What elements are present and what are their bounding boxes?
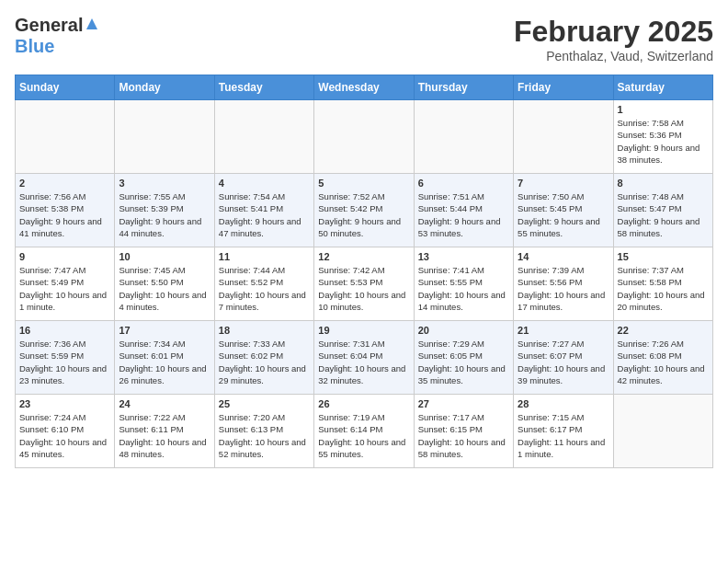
day-number: 20 — [418, 325, 509, 336]
logo-icon — [85, 17, 99, 35]
calendar-day-cell: 4Sunrise: 7:54 AM Sunset: 5:41 PM Daylig… — [214, 174, 313, 247]
logo-blue-text: Blue — [15, 36, 54, 56]
day-info: Sunrise: 7:26 AM Sunset: 6:08 PM Dayligh… — [618, 338, 709, 386]
day-number: 17 — [119, 325, 210, 336]
calendar-subtitle: Penthalaz, Vaud, Switzerland — [514, 49, 713, 63]
calendar-day-cell: 16Sunrise: 7:36 AM Sunset: 5:59 PM Dayli… — [16, 321, 115, 395]
day-info: Sunrise: 7:50 AM Sunset: 5:45 PM Dayligh… — [518, 190, 609, 239]
calendar-day-cell: 23Sunrise: 7:24 AM Sunset: 6:10 PM Dayli… — [16, 395, 115, 468]
calendar-day-cell: 18Sunrise: 7:33 AM Sunset: 6:02 PM Dayli… — [214, 321, 313, 395]
day-info: Sunrise: 7:54 AM Sunset: 5:41 PM Dayligh… — [219, 190, 310, 239]
calendar-day-cell: 15Sunrise: 7:37 AM Sunset: 5:58 PM Dayli… — [613, 247, 712, 321]
calendar-day-cell — [115, 100, 214, 174]
day-number: 16 — [19, 325, 110, 336]
day-number: 7 — [518, 178, 609, 189]
day-info: Sunrise: 7:36 AM Sunset: 5:59 PM Dayligh… — [19, 338, 110, 386]
calendar-day-cell — [613, 395, 712, 468]
calendar-day-cell: 1Sunrise: 7:58 AM Sunset: 5:36 PM Daylig… — [613, 100, 712, 174]
calendar-day-cell: 19Sunrise: 7:31 AM Sunset: 6:04 PM Dayli… — [314, 321, 414, 395]
day-number: 26 — [318, 398, 409, 409]
calendar-day-cell: 11Sunrise: 7:44 AM Sunset: 5:52 PM Dayli… — [214, 247, 313, 321]
day-info: Sunrise: 7:22 AM Sunset: 6:11 PM Dayligh… — [119, 411, 210, 460]
day-number: 18 — [219, 325, 310, 336]
weekday-header-tuesday: Tuesday — [214, 75, 313, 100]
day-info: Sunrise: 7:24 AM Sunset: 6:10 PM Dayligh… — [19, 411, 110, 460]
day-info: Sunrise: 7:56 AM Sunset: 5:38 PM Dayligh… — [19, 190, 110, 239]
calendar-day-cell: 5Sunrise: 7:52 AM Sunset: 5:42 PM Daylig… — [314, 174, 414, 247]
weekday-header-friday: Friday — [514, 75, 613, 100]
calendar-day-cell — [16, 100, 115, 174]
calendar-day-cell: 17Sunrise: 7:34 AM Sunset: 6:01 PM Dayli… — [115, 321, 214, 395]
day-number: 19 — [318, 325, 409, 336]
calendar-day-cell: 21Sunrise: 7:27 AM Sunset: 6:07 PM Dayli… — [514, 321, 613, 395]
day-number: 5 — [318, 178, 409, 189]
page-header: General Blue February 2025 Penthalaz, Va… — [15, 15, 713, 63]
day-info: Sunrise: 7:48 AM Sunset: 5:47 PM Dayligh… — [618, 190, 709, 239]
calendar-day-cell: 12Sunrise: 7:42 AM Sunset: 5:53 PM Dayli… — [314, 247, 414, 321]
day-number: 28 — [518, 398, 609, 409]
calendar-day-cell: 2Sunrise: 7:56 AM Sunset: 5:38 PM Daylig… — [16, 174, 115, 247]
calendar-day-cell: 13Sunrise: 7:41 AM Sunset: 5:55 PM Dayli… — [414, 247, 513, 321]
day-info: Sunrise: 7:27 AM Sunset: 6:07 PM Dayligh… — [518, 338, 609, 386]
weekday-header-thursday: Thursday — [414, 75, 513, 100]
day-info: Sunrise: 7:51 AM Sunset: 5:44 PM Dayligh… — [418, 190, 509, 239]
calendar-day-cell — [214, 100, 313, 174]
calendar-week-row: 1Sunrise: 7:58 AM Sunset: 5:36 PM Daylig… — [16, 100, 713, 174]
day-info: Sunrise: 7:58 AM Sunset: 5:36 PM Dayligh… — [618, 117, 709, 166]
day-number: 9 — [19, 251, 110, 262]
calendar-week-row: 23Sunrise: 7:24 AM Sunset: 6:10 PM Dayli… — [16, 395, 713, 468]
day-number: 13 — [418, 251, 509, 262]
day-info: Sunrise: 7:39 AM Sunset: 5:56 PM Dayligh… — [518, 264, 609, 313]
calendar-day-cell: 28Sunrise: 7:15 AM Sunset: 6:17 PM Dayli… — [514, 395, 613, 468]
day-info: Sunrise: 7:37 AM Sunset: 5:58 PM Dayligh… — [618, 264, 709, 313]
calendar-table: SundayMondayTuesdayWednesdayThursdayFrid… — [15, 75, 713, 468]
calendar-title: February 2025 — [514, 15, 713, 49]
day-info: Sunrise: 7:42 AM Sunset: 5:53 PM Dayligh… — [318, 264, 409, 313]
calendar-day-cell: 9Sunrise: 7:47 AM Sunset: 5:49 PM Daylig… — [16, 247, 115, 321]
day-info: Sunrise: 7:29 AM Sunset: 6:05 PM Dayligh… — [418, 338, 509, 386]
day-info: Sunrise: 7:34 AM Sunset: 6:01 PM Dayligh… — [119, 338, 210, 386]
calendar-day-cell: 14Sunrise: 7:39 AM Sunset: 5:56 PM Dayli… — [514, 247, 613, 321]
logo-general-text: General — [15, 15, 83, 36]
day-number: 2 — [19, 178, 110, 189]
day-number: 6 — [418, 178, 509, 189]
day-info: Sunrise: 7:45 AM Sunset: 5:50 PM Dayligh… — [119, 264, 210, 313]
calendar-week-row: 16Sunrise: 7:36 AM Sunset: 5:59 PM Dayli… — [16, 321, 713, 395]
day-number: 4 — [219, 178, 310, 189]
day-info: Sunrise: 7:31 AM Sunset: 6:04 PM Dayligh… — [318, 338, 409, 386]
title-block: February 2025 Penthalaz, Vaud, Switzerla… — [514, 15, 713, 63]
weekday-header-saturday: Saturday — [613, 75, 712, 100]
day-info: Sunrise: 7:15 AM Sunset: 6:17 PM Dayligh… — [518, 411, 609, 460]
calendar-week-row: 9Sunrise: 7:47 AM Sunset: 5:49 PM Daylig… — [16, 247, 713, 321]
day-info: Sunrise: 7:52 AM Sunset: 5:42 PM Dayligh… — [318, 190, 409, 239]
day-number: 11 — [219, 251, 310, 262]
day-info: Sunrise: 7:55 AM Sunset: 5:39 PM Dayligh… — [119, 190, 210, 239]
day-number: 22 — [618, 325, 709, 336]
calendar-day-cell — [414, 100, 513, 174]
calendar-day-cell: 20Sunrise: 7:29 AM Sunset: 6:05 PM Dayli… — [414, 321, 513, 395]
day-info: Sunrise: 7:20 AM Sunset: 6:13 PM Dayligh… — [219, 411, 310, 460]
calendar-day-cell: 22Sunrise: 7:26 AM Sunset: 6:08 PM Dayli… — [613, 321, 712, 395]
calendar-day-cell: 7Sunrise: 7:50 AM Sunset: 5:45 PM Daylig… — [514, 174, 613, 247]
day-info: Sunrise: 7:41 AM Sunset: 5:55 PM Dayligh… — [418, 264, 509, 313]
weekday-header-monday: Monday — [115, 75, 214, 100]
day-info: Sunrise: 7:33 AM Sunset: 6:02 PM Dayligh… — [219, 338, 310, 386]
day-number: 24 — [119, 398, 210, 409]
day-number: 23 — [19, 398, 110, 409]
day-number: 10 — [119, 251, 210, 262]
logo: General Blue — [15, 15, 99, 57]
weekday-header-sunday: Sunday — [16, 75, 115, 100]
day-info: Sunrise: 7:19 AM Sunset: 6:14 PM Dayligh… — [318, 411, 409, 460]
day-number: 15 — [618, 251, 709, 262]
day-info: Sunrise: 7:47 AM Sunset: 5:49 PM Dayligh… — [19, 264, 110, 313]
calendar-day-cell: 10Sunrise: 7:45 AM Sunset: 5:50 PM Dayli… — [115, 247, 214, 321]
calendar-header-row: SundayMondayTuesdayWednesdayThursdayFrid… — [16, 75, 713, 100]
day-number: 8 — [618, 178, 709, 189]
calendar-day-cell: 3Sunrise: 7:55 AM Sunset: 5:39 PM Daylig… — [115, 174, 214, 247]
calendar-day-cell: 6Sunrise: 7:51 AM Sunset: 5:44 PM Daylig… — [414, 174, 513, 247]
calendar-week-row: 2Sunrise: 7:56 AM Sunset: 5:38 PM Daylig… — [16, 174, 713, 247]
calendar-day-cell: 27Sunrise: 7:17 AM Sunset: 6:15 PM Dayli… — [414, 395, 513, 468]
calendar-day-cell: 25Sunrise: 7:20 AM Sunset: 6:13 PM Dayli… — [214, 395, 313, 468]
day-number: 3 — [119, 178, 210, 189]
weekday-header-wednesday: Wednesday — [314, 75, 414, 100]
